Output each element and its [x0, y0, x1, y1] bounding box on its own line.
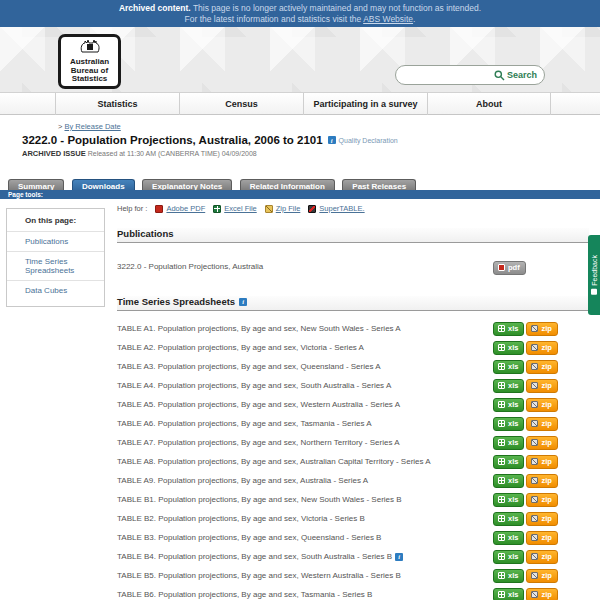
- row-download-buttons: xls zip: [493, 550, 589, 564]
- spreadsheet-row: TABLE A7. Population projections, By age…: [117, 433, 589, 452]
- row-download-buttons: xls zip: [493, 417, 589, 431]
- spreadsheet-row-label: TABLE A9. Population projections, By age…: [117, 476, 493, 485]
- publication-row: 3222.0 - Population Projections, Austral…: [117, 257, 589, 275]
- sidebar-item-publications[interactable]: Publications: [7, 231, 104, 251]
- sidebar-item-time-series-spreadsheets[interactable]: Time Series Spreadsheets: [7, 251, 104, 280]
- adobe-pdf-icon: [155, 205, 163, 213]
- download-zip-button[interactable]: zip: [526, 493, 557, 507]
- help-for-label: Help for :: [117, 204, 147, 213]
- download-zip-button[interactable]: zip: [526, 379, 557, 393]
- row-download-buttons: xls zip: [493, 512, 589, 526]
- banner-bold: Archived content.: [119, 3, 191, 13]
- supertable-icon: [308, 205, 316, 213]
- excel-icon: [498, 325, 505, 332]
- search-box: Search: [395, 65, 545, 85]
- download-xls-button[interactable]: xls: [493, 398, 524, 412]
- download-xls-button[interactable]: xls: [493, 379, 524, 393]
- download-zip-button[interactable]: zip: [526, 455, 557, 469]
- on-this-page-heading: On this page:: [7, 216, 104, 231]
- help-zip-file-link[interactable]: Zip File: [265, 204, 301, 213]
- download-zip-button[interactable]: zip: [526, 341, 557, 355]
- zip-icon: [531, 515, 538, 522]
- page-title: 3222.0 - Population Projections, Austral…: [22, 134, 323, 146]
- download-zip-button[interactable]: zip: [526, 569, 557, 583]
- help-supertable-link[interactable]: SuperTABLE.: [308, 204, 364, 213]
- download-zip-button[interactable]: zip: [526, 550, 557, 564]
- download-xls-button[interactable]: xls: [493, 436, 524, 450]
- download-xls-button[interactable]: xls: [493, 417, 524, 431]
- download-xls-button[interactable]: xls: [493, 474, 524, 488]
- excel-icon: [498, 515, 505, 522]
- download-xls-button[interactable]: xls: [493, 360, 524, 374]
- info-icon[interactable]: i: [239, 298, 247, 306]
- download-xls-button[interactable]: xls: [493, 531, 524, 545]
- nav-item-census[interactable]: Census: [179, 93, 303, 115]
- download-xls-button[interactable]: xls: [493, 455, 524, 469]
- tab-bar: Summary Downloads Explanatory Notes Rela…: [0, 175, 600, 190]
- quality-declaration-link[interactable]: i Quality Declaration: [328, 136, 398, 144]
- download-xls-button[interactable]: xls: [493, 550, 524, 564]
- archived-issue-label: ARCHIVED ISSUE: [22, 149, 86, 158]
- spreadsheet-row-label: TABLE A5. Population projections, By age…: [117, 400, 493, 409]
- abs-logo[interactable]: Australian Bureau of Statistics: [58, 34, 121, 89]
- download-zip-button[interactable]: zip: [526, 512, 557, 526]
- breadcrumb-prefix: >: [58, 122, 62, 131]
- search-button[interactable]: Search: [494, 70, 544, 81]
- zip-icon: [531, 496, 538, 503]
- download-zip-button[interactable]: zip: [526, 436, 557, 450]
- publication-label: 3222.0 - Population Projections, Austral…: [117, 262, 493, 271]
- download-zip-button[interactable]: zip: [526, 588, 557, 600]
- zip-icon: [531, 401, 538, 408]
- spreadsheet-row-label: TABLE A7. Population projections, By age…: [117, 438, 493, 447]
- quality-declaration-label: Quality Declaration: [339, 137, 398, 144]
- on-this-page-box: On this page: Publications Time Series S…: [6, 208, 105, 307]
- spreadsheet-row-label: TABLE A4. Population projections, By age…: [117, 381, 493, 390]
- spreadsheet-row: TABLE A5. Population projections, By age…: [117, 395, 589, 414]
- page-tools-label: Page tools:: [8, 191, 43, 198]
- nav-item-statistics[interactable]: Statistics: [55, 93, 179, 115]
- abs-website-link[interactable]: ABS Website: [363, 14, 413, 24]
- download-xls-button[interactable]: xls: [493, 493, 524, 507]
- banner-line2-prefix: For the latest information and statistic…: [185, 14, 364, 24]
- sidebar-item-data-cubes[interactable]: Data Cubes: [7, 280, 104, 300]
- info-icon: i: [328, 136, 336, 144]
- download-zip-button[interactable]: zip: [526, 417, 557, 431]
- info-icon[interactable]: i: [395, 553, 403, 561]
- download-zip-button[interactable]: zip: [526, 474, 557, 488]
- spreadsheet-row-label: TABLE A2. Population projections, By age…: [117, 343, 493, 352]
- row-download-buttons: xls zip: [493, 322, 589, 336]
- by-release-date-link[interactable]: By Release Date: [64, 122, 120, 131]
- excel-icon: [498, 458, 505, 465]
- download-xls-button[interactable]: xls: [493, 512, 524, 526]
- excel-icon: [498, 591, 505, 598]
- pdf-icon: [498, 264, 505, 271]
- row-download-buttons: xls zip: [493, 379, 589, 393]
- download-zip-button[interactable]: zip: [526, 322, 557, 336]
- download-pdf-button[interactable]: pdf: [493, 261, 526, 275]
- feedback-tab[interactable]: Feedback: [588, 235, 600, 315]
- nav-item-about[interactable]: About: [427, 93, 551, 115]
- search-input[interactable]: [396, 68, 494, 82]
- download-xls-button[interactable]: xls: [493, 569, 524, 583]
- pdf-button-label: pdf: [508, 263, 520, 272]
- zip-icon: [531, 534, 538, 541]
- zip-icon: [531, 477, 538, 484]
- abs-downloads-page: Archived content. This page is no longer…: [0, 0, 600, 600]
- spreadsheet-row: TABLE B3. Population projections, By age…: [117, 528, 589, 547]
- help-excel-file-link[interactable]: Excel File: [213, 204, 257, 213]
- help-adobe-pdf-link[interactable]: Adobe PDF: [155, 204, 205, 213]
- main-content: Help for : Adobe PDF Excel File Zip File…: [117, 204, 589, 600]
- download-zip-button[interactable]: zip: [526, 531, 557, 545]
- spreadsheet-row: TABLE A1. Population projections, By age…: [117, 319, 589, 338]
- download-zip-button[interactable]: zip: [526, 398, 557, 412]
- zip-icon: [531, 344, 538, 351]
- spreadsheet-row-label: TABLE A6. Population projections, By age…: [117, 419, 493, 428]
- nav-item-participating[interactable]: Participating in a survey: [303, 93, 427, 115]
- download-xls-button[interactable]: xls: [493, 322, 524, 336]
- banner-line2: For the latest information and statistic…: [0, 14, 600, 25]
- spreadsheet-row: TABLE A2. Population projections, By age…: [117, 338, 589, 357]
- download-xls-button[interactable]: xls: [493, 588, 524, 600]
- download-zip-button[interactable]: zip: [526, 360, 557, 374]
- download-xls-button[interactable]: xls: [493, 341, 524, 355]
- excel-icon: [498, 534, 505, 541]
